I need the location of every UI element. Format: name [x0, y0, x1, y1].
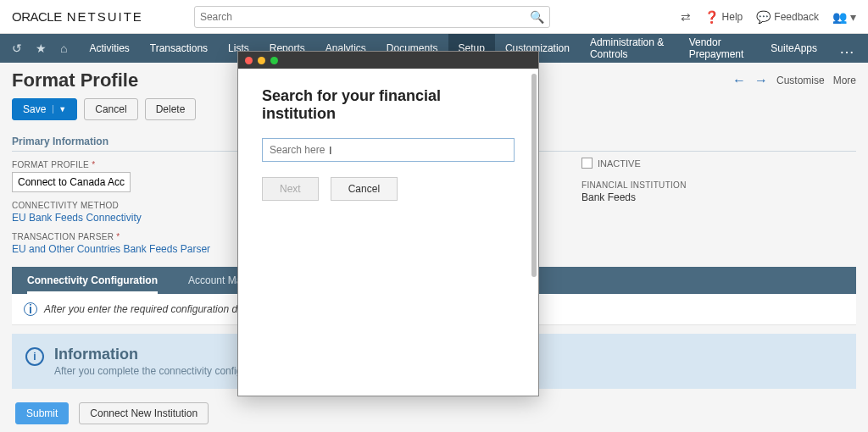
info-icon: i	[25, 347, 44, 366]
inactive-checkbox[interactable]	[581, 158, 593, 169]
role-switcher[interactable]: 👥▾	[832, 10, 856, 24]
nav-transactions[interactable]: Transactions	[140, 34, 218, 63]
action-row: Submit Connect New Institution	[12, 397, 856, 432]
text-cursor-icon: I	[329, 144, 332, 157]
top-header: ORACLE NETSUITE 🔍 ⇄ ❓Help 💬Feedback 👥▾	[0, 0, 868, 34]
modal-next-button[interactable]: Next	[262, 177, 319, 201]
logo-netsuite: NETSUITE	[67, 9, 143, 24]
logo-oracle: ORACLE	[12, 9, 62, 24]
close-icon[interactable]	[245, 57, 253, 64]
nav-back-icon[interactable]: ←	[732, 73, 746, 88]
global-search[interactable]: 🔍	[194, 6, 550, 28]
page-title: Format Profile	[12, 69, 138, 91]
format-profile-input[interactable]	[12, 172, 131, 192]
nav-overflow[interactable]: …	[827, 40, 868, 58]
right-panel: INACTIVE FINANCIAL INSTITUTION Bank Feed…	[581, 158, 853, 203]
maximize-icon[interactable]	[270, 57, 278, 64]
tab-connectivity[interactable]: Connectivity Configuration	[12, 267, 173, 294]
modal-scrollbar[interactable]	[531, 74, 537, 277]
minimize-icon[interactable]	[258, 57, 265, 64]
nav-suiteapps[interactable]: SuiteApps	[760, 34, 827, 63]
feedback-link[interactable]: 💬Feedback	[756, 10, 819, 24]
help-link[interactable]: ❓Help	[704, 10, 743, 24]
search-icon: 🔍	[530, 10, 544, 24]
home-icon[interactable]: ⌂	[60, 42, 67, 55]
save-button[interactable]: Save▼	[12, 98, 77, 120]
modal-search[interactable]: I	[262, 138, 515, 162]
people-icon: 👥	[832, 10, 847, 24]
connect-new-button[interactable]: Connect New Institution	[79, 402, 209, 424]
info-box-sub: After you complete the connectivity conf…	[54, 365, 242, 377]
nav-icons: ↺ ★ ⌂	[0, 42, 79, 55]
info-box-title: Information	[54, 346, 242, 363]
modal: Search for your financial institution I …	[237, 51, 539, 396]
top-links: ⇄ ❓Help 💬Feedback 👥▾	[681, 10, 856, 24]
chevron-down-icon[interactable]: ▼	[53, 105, 66, 114]
fin-inst-value: Bank Feeds	[581, 191, 853, 203]
nav-vendor[interactable]: Vendor Prepayment	[679, 34, 761, 63]
inactive-label: INACTIVE	[598, 158, 641, 169]
feedback-icon: 💬	[756, 10, 771, 24]
nav-activities[interactable]: Activities	[79, 34, 139, 63]
more-link[interactable]: More	[833, 75, 856, 86]
modal-cancel-button[interactable]: Cancel	[331, 177, 398, 201]
customise-link[interactable]: Customise	[776, 75, 825, 86]
info-icon: i	[24, 302, 37, 316]
fin-inst-label: FINANCIAL INSTITUTION	[581, 180, 853, 190]
submit-button[interactable]: Submit	[15, 402, 69, 424]
modal-search-input[interactable]	[270, 144, 507, 156]
nav-admin[interactable]: Administration & Controls	[580, 34, 679, 63]
global-search-input[interactable]	[200, 11, 530, 23]
star-icon[interactable]: ★	[36, 42, 47, 55]
logo: ORACLE NETSUITE	[12, 9, 143, 24]
help-icon: ❓	[704, 10, 719, 24]
delete-button[interactable]: Delete	[145, 98, 197, 120]
modal-titlebar	[238, 52, 538, 69]
share-icon[interactable]: ⇄	[681, 10, 691, 24]
modal-title: Search for your financial institution	[262, 87, 515, 123]
nav-forward-icon[interactable]: →	[754, 73, 768, 88]
history-icon[interactable]: ↺	[12, 42, 22, 55]
cancel-button[interactable]: Cancel	[84, 98, 137, 120]
